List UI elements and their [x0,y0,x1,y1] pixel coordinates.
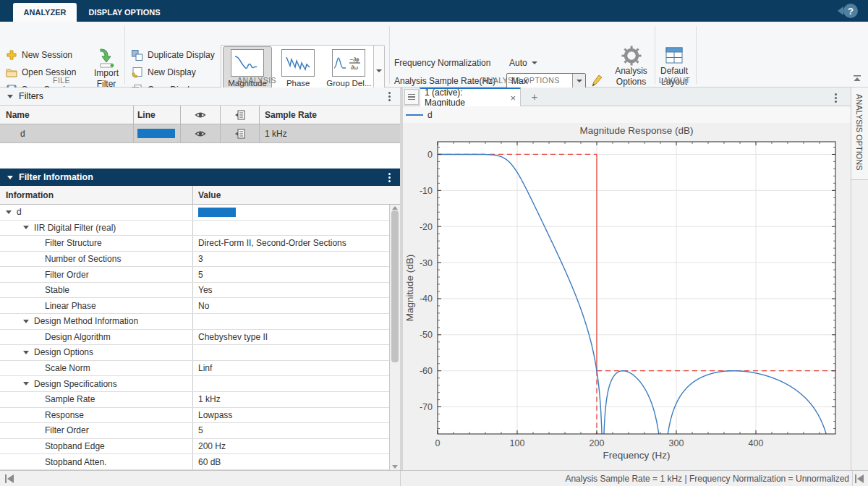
info-label: Filter Order [45,425,89,435]
duplicate-display-button[interactable]: Duplicate Display [131,47,215,63]
line-color-swatch[interactable] [198,208,236,217]
section-separator [655,26,655,84]
freq-normalization-dropdown[interactable]: Auto [509,55,537,71]
new-display-tab-button[interactable]: + [527,90,542,104]
svg-text:200: 200 [590,438,605,448]
collapse-info-icon[interactable] [7,176,13,179]
filter-info-button[interactable] [221,124,260,142]
display-menu-kebab-icon[interactable] [833,91,839,105]
column-header-name[interactable]: Name [0,106,134,124]
status-text: Analysis Sample Rate = 1 kHz | Frequency… [565,474,849,484]
info-row[interactable]: ResponseLowpass [0,408,389,424]
collapse-ribbon-icon [852,74,862,82]
info-value: Direct-Form II, Second-Order Sections [198,238,346,248]
info-label: Number of Sections [45,254,121,264]
info-row[interactable]: Design Specifications [0,376,389,392]
filters-empty-area [0,143,400,169]
info-row[interactable]: Linear PhaseNo [0,298,389,314]
svg-text:∂ω: ∂ω [351,64,358,71]
filter-information-header[interactable]: Filter Information [0,169,400,186]
help-button[interactable]: ? [836,3,861,19]
info-row[interactable]: d [0,205,389,221]
info-value: Chebyshev type II [198,332,268,342]
info-row[interactable]: StableYes [0,283,389,299]
info-row[interactable]: Design AlgorithmChebyshev type II [0,330,389,346]
scroll-down-icon[interactable] [392,465,398,469]
svg-text:Magnitude Response (dB): Magnitude Response (dB) [580,125,694,136]
svg-text:−∂ϕ: −∂ϕ [350,56,360,63]
collapse-left-panel-icon[interactable] [4,474,16,484]
filter-row-d[interactable]: d 1 kHz [0,124,400,143]
tab-analyzer[interactable]: ANALYZER [13,3,77,22]
info-label: Scale Norm [45,363,90,373]
tab-display-options[interactable]: DISPLAY OPTIONS [81,3,168,22]
phase-icon [281,49,315,77]
info-value: Lowpass [198,410,232,420]
info-table-header: Information Value [0,186,400,205]
magnitude-response-plot[interactable]: 01002003004000-10-20-30-40-50-60-70Magni… [403,123,851,470]
info-scrollbar[interactable] [389,205,400,470]
info-row[interactable]: Stopband Edge200 Hz [0,439,389,455]
expander-icon[interactable] [6,210,12,214]
expander-icon[interactable] [23,351,29,354]
scroll-up-icon[interactable] [392,206,398,210]
close-tab-icon[interactable]: × [510,93,516,103]
line-color-swatch[interactable] [137,129,175,138]
section-separator [696,26,697,84]
displays-list-button[interactable] [404,89,419,105]
filters-panel-header[interactable]: Filters [0,88,400,106]
column-header-visibility[interactable] [181,106,221,124]
filters-panel-title: Filters [19,91,43,101]
filter-line-cell[interactable] [134,124,181,142]
info-label: Stable [45,285,69,295]
column-header-info[interactable] [221,106,260,124]
new-display-button[interactable]: New Display [131,64,196,80]
scrollbar-thumb[interactable] [391,210,399,362]
info-label: Sample Rate [45,394,95,404]
info-row[interactable]: Filter StructureDirect-Form II, Second-O… [0,236,389,252]
svg-text:-40: -40 [420,294,433,304]
collapse-right-panel-icon[interactable] [854,474,866,484]
collapse-filters-icon[interactable] [7,95,13,98]
info-row[interactable]: Number of Sections3 [0,252,389,268]
eye-icon [195,129,206,138]
ribbon: New Session Open Session Save Session Im… [0,22,868,88]
column-header-sample-rate[interactable]: Sample Rate [260,106,400,124]
column-header-information[interactable]: Information [0,186,193,204]
new-session-button[interactable]: New Session [6,47,72,63]
expander-icon[interactable] [23,320,29,323]
info-row[interactable]: Design Options [0,345,389,361]
svg-text:-60: -60 [420,366,433,376]
help-icon: ? [836,3,861,19]
svg-text:Magnitude (dB): Magnitude (dB) [404,255,415,321]
svg-text:-10: -10 [420,186,433,196]
freq-normalization-label: Frequency Normalization [394,55,490,71]
info-value: 200 Hz [198,441,226,451]
status-bar: Analysis Sample Rate = 1 kHz | Frequency… [0,470,868,486]
legend-label[interactable]: d [427,110,433,120]
edit-pencil-icon[interactable] [590,74,603,88]
expander-icon[interactable] [23,382,29,385]
info-row[interactable]: Scale NormLinf [0,361,389,377]
info-label: Stopband Atten. [45,457,106,467]
info-menu-kebab-icon[interactable] [386,171,393,184]
info-value: No [198,301,209,311]
minimize-ribbon-button[interactable] [852,74,862,84]
info-row[interactable]: Design Method Information [0,314,389,330]
info-list-icon [234,129,246,139]
expander-icon[interactable] [23,226,29,229]
column-header-line[interactable]: Line [134,106,181,124]
info-value: Yes [198,285,213,295]
info-row[interactable]: Stopband Atten.60 dB [0,454,389,470]
display-tab-active[interactable]: 1 (active): Magnitude × [420,88,521,106]
info-table-body: dIIR Digital Filter (real)Filter Structu… [0,205,389,470]
filters-menu-kebab-icon[interactable] [386,90,393,103]
info-row[interactable]: IIR Digital Filter (real) [0,221,389,236]
info-row[interactable]: Filter Order5 [0,267,389,283]
info-row[interactable]: Sample Rate1 kHz [0,392,389,408]
sample-rate-dropdown-button[interactable] [572,74,585,88]
column-header-value[interactable]: Value [193,186,389,204]
filter-visibility-toggle[interactable] [181,124,221,142]
info-row[interactable]: Filter Order5 [0,423,389,439]
legend-line-sample [406,114,423,116]
